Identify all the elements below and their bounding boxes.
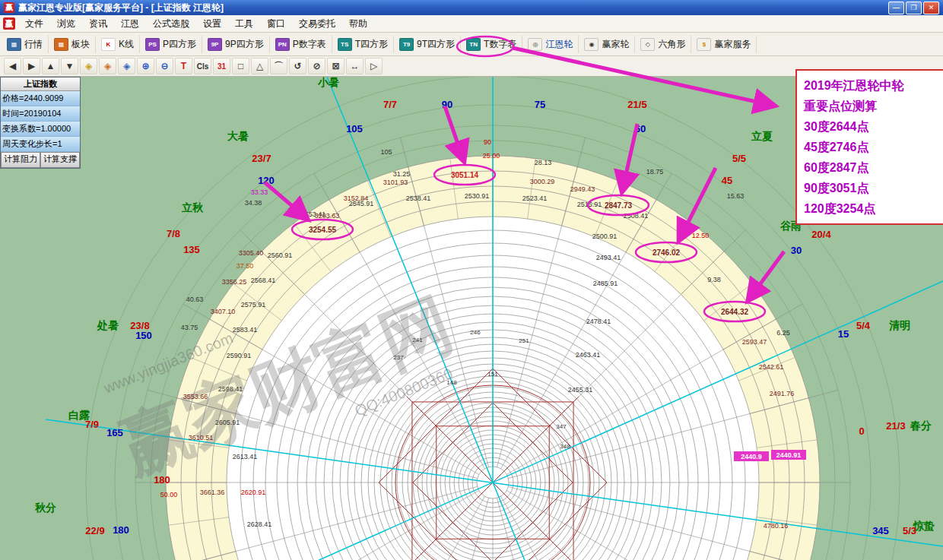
toolbar-p-square-button[interactable]: PSP四方形 [140, 36, 202, 53]
date-label: 5/3 [903, 525, 916, 536]
solar-term-label: 立秋 [181, 201, 204, 214]
toolbar-winner-wheel-button[interactable]: ◉赢家轮 [579, 36, 635, 53]
wheel-number: 2485.91 [593, 280, 618, 287]
calendar-icon[interactable]: 31 [213, 58, 230, 74]
select-tool-icon[interactable]: ▷ [365, 58, 383, 74]
wheel-number: 90 [484, 138, 491, 146]
toolbar-9p-square-button[interactable]: 9P9P四方形 [202, 36, 270, 53]
menu-item-5[interactable]: 设置 [196, 17, 228, 30]
toolbar-kline-button[interactable]: KK线 [96, 36, 140, 53]
toolbar-winner-service-button[interactable]: $赢家服务 [691, 36, 757, 53]
wheel-number: 4780.16 [764, 522, 789, 530]
rect-tool-icon[interactable]: □ [232, 58, 249, 74]
wheel-number: 347 [556, 423, 567, 430]
toolbar-blocks-button[interactable]: ▦板块 [49, 36, 96, 53]
arc-tool-icon[interactable]: ⌒ [270, 58, 287, 74]
wheel-number: 3407.10 [211, 308, 236, 315]
toolbar-hexagon-button[interactable]: ◇六角形 [635, 36, 691, 53]
text-tool-icon[interactable]: T [175, 58, 192, 74]
menu-item-1[interactable]: 浏览 [50, 17, 82, 30]
toolbar-t-number-button[interactable]: TNT数字表 [461, 36, 522, 53]
zoom-out-icon[interactable]: ⊖ [156, 58, 173, 74]
menu-item-3[interactable]: 江恩 [114, 17, 146, 30]
minimize-button[interactable]: — [888, 2, 904, 14]
close-button[interactable]: ✕ [923, 2, 939, 14]
down-icon[interactable]: ▼ [61, 58, 78, 74]
wheel-number: 105 [380, 148, 392, 156]
diamond-orange-icon[interactable]: ◈ [99, 58, 116, 74]
next-icon[interactable]: ▶ [23, 58, 40, 74]
toolbar-quotes-grid-button[interactable]: ▦行情 [2, 36, 49, 53]
wheel-number: 2568.41 [251, 277, 276, 284]
info-button-1[interactable]: 计算支撑 [40, 152, 80, 168]
9p-square-icon: 9P [208, 38, 222, 51]
solar-term-label: 处暑 [97, 319, 119, 331]
hexagon-icon: ◇ [640, 38, 655, 51]
info-rows: 价格=2440.9099时间=20190104变换系数=1.00000周天变化步… [1, 91, 80, 152]
solar-term-label: 大暑 [227, 130, 249, 142]
wheel-number: 2530.91 [465, 192, 490, 200]
blocks-icon: ▦ [54, 38, 68, 51]
wheel-number: 50.00 [160, 491, 178, 498]
menu-item-2[interactable]: 资讯 [82, 17, 114, 30]
date-label: 21/5 [627, 99, 646, 110]
toolbar-label: P数字表 [293, 38, 326, 51]
boxed-x-tool-icon[interactable]: ⊠ [327, 58, 344, 74]
menu-item-0[interactable]: 文件 [18, 17, 50, 30]
wheel-number: 3661.36 [200, 489, 225, 496]
menu-item-8[interactable]: 交易委托 [292, 17, 342, 30]
triangle-tool-icon[interactable]: △ [251, 58, 268, 74]
menu-item-9[interactable]: 帮助 [342, 17, 374, 30]
menu-items: 文件浏览资讯江恩公式选股设置工具窗口交易委托帮助 [18, 17, 374, 30]
up-icon[interactable]: ▲ [42, 58, 59, 74]
toolbar-label: P四方形 [163, 38, 196, 51]
maximize-button[interactable]: ❐ [906, 2, 922, 14]
degree-label: 90 [442, 99, 452, 110]
current-price-cell: 2440.9 [741, 453, 762, 460]
degree-label: 105 [346, 123, 363, 134]
window-title: 赢家江恩专业版[赢家服务平台] - [上证指数 江恩轮] [18, 2, 224, 14]
wheel-number: 2620.91 [241, 489, 266, 496]
degree-label: 75 [535, 99, 545, 110]
diamond-blue-icon[interactable]: ◈ [118, 58, 135, 74]
menu-item-6[interactable]: 工具 [228, 17, 260, 30]
wheel-number: 2491.76 [770, 390, 795, 397]
toolbar-gann-wheel-button[interactable]: ◎江恩轮 [522, 36, 579, 53]
solar-term-label: 春分 [910, 419, 932, 432]
toolbar-t-square-button[interactable]: TST四方形 [332, 36, 394, 53]
annotation-line-2: 30度2644点 [804, 116, 943, 137]
info-button-0[interactable]: 计算阻力 [1, 152, 40, 168]
key-value: 3254.55 [309, 226, 337, 234]
wheel-number: 18.75 [646, 168, 664, 176]
diamond-yellow-icon[interactable]: ◈ [80, 58, 97, 74]
toolbar-p-number-button[interactable]: PNP数字表 [270, 36, 332, 53]
app-icon: 赢 [4, 2, 14, 13]
info-row-3: 周天变化步长=1 [1, 137, 80, 152]
circle-tool-icon[interactable]: ⊘ [308, 58, 325, 74]
annotation-line-4: 60度2847点 [804, 157, 943, 178]
annotation-line-6: 120度3254点 [804, 198, 943, 219]
menu-item-4[interactable]: 公式选股 [146, 17, 196, 30]
expand-tool-icon[interactable]: ↔ [346, 58, 364, 74]
toolbar-label: T四方形 [355, 38, 388, 51]
zoom-in-icon[interactable]: ⊕ [137, 58, 154, 74]
wheel-number: 12.50 [692, 232, 710, 239]
date-label: 5/4 [856, 320, 871, 331]
menu-item-7[interactable]: 窗口 [260, 17, 292, 30]
current-price-cell: 2440.91 [776, 451, 802, 459]
wheel-number: 2500.91 [592, 233, 618, 240]
info-row-0: 价格=2440.9099 [1, 91, 80, 106]
degree-label: 180 [154, 474, 170, 486]
toolbar-9t-square-button[interactable]: T99T四方形 [394, 36, 461, 53]
wheel-number: 2593.47 [742, 338, 767, 346]
info-row-2: 变换系数=1.00000 [1, 122, 80, 137]
wheel-number: 348 [560, 443, 570, 450]
rotate-tool-icon[interactable]: ↺ [289, 58, 306, 74]
quotes-grid-icon: ▦ [7, 38, 21, 51]
date-label: 22/9 [85, 525, 104, 536]
annotation-line-3: 45度2746点 [804, 137, 943, 157]
wheel-number: 2628.41 [247, 520, 272, 528]
wheel-number: 6.25 [776, 329, 790, 337]
prev-icon[interactable]: ◀ [4, 58, 21, 74]
clear-button[interactable]: Cls [194, 58, 211, 74]
